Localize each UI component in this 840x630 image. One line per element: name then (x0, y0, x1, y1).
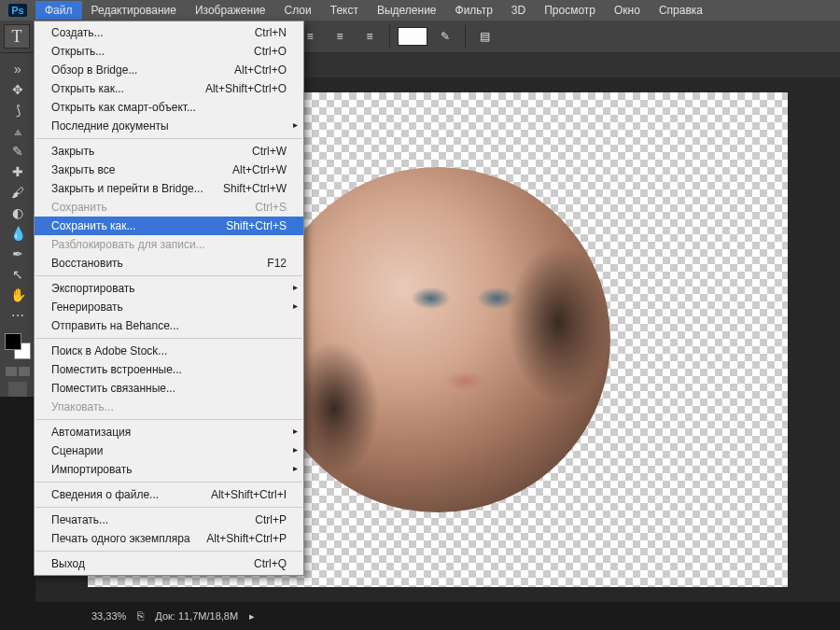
foreground-color-swatch[interactable] (5, 333, 21, 350)
menu-item-shortcut: F12 (267, 257, 287, 270)
menu-item-поместить-связанные-[interactable]: Поместить связанные... (35, 379, 303, 398)
menu-item-открыть-как-смарт-объект-[interactable]: Открыть как смарт-объект... (35, 98, 303, 117)
menu-item-label: Печать одного экземпляра (51, 532, 190, 545)
file-menu-dropdown: Создать...Ctrl+NОткрыть...Ctrl+OОбзор в … (34, 21, 304, 576)
menu-item-label: Импортировать (51, 463, 132, 476)
menu-window[interactable]: Окно (605, 1, 650, 20)
menu-item-label: Создать... (51, 26, 104, 39)
menu-item-label: Поместить встроенные... (51, 363, 182, 376)
warp-text-button[interactable]: ✎ (433, 25, 457, 48)
menu-item-label: Сценарии (51, 444, 103, 457)
menu-item-открыть-[interactable]: Открыть...Ctrl+O (35, 42, 303, 61)
screenmode-button[interactable] (8, 382, 27, 397)
menu-item-сведения-о-файле-[interactable]: Сведения о файле...Alt+Shift+Ctrl+I (35, 485, 303, 504)
menu-item-закрыть-все[interactable]: Закрыть всеAlt+Ctrl+W (35, 161, 303, 179)
menu-help[interactable]: Справка (650, 1, 712, 20)
menu-item-разблокировать-для-записи-: Разблокировать для записи... (35, 235, 303, 254)
align-right-icon: ≡ (366, 30, 372, 43)
eyedropper-tool[interactable]: ✎ (7, 142, 28, 161)
menu-item-закрыть[interactable]: ЗакрытьCtrl+W (35, 142, 303, 161)
align-center-button[interactable]: ≡ (328, 25, 352, 48)
menu-item-label: Разблокировать для записи... (51, 238, 205, 251)
menu-item-сценарии[interactable]: Сценарии (35, 441, 303, 460)
menu-item-label: Закрыть и перейти в Bridge... (51, 182, 203, 195)
menu-item-label: Печатать... (51, 513, 108, 526)
menu-item-открыть-как-[interactable]: Открыть как...Alt+Shift+Ctrl+O (35, 79, 303, 98)
menu-item-label: Выход (51, 557, 85, 570)
menu-item-отправить-на-behance-[interactable]: Отправить на Behance... (35, 316, 303, 335)
menu-item-label: Сохранить как... (51, 219, 135, 232)
app-logo-text: Ps (8, 4, 26, 17)
panel-icon: ▤ (480, 30, 490, 43)
menu-item-label: Открыть... (51, 45, 105, 58)
menu-item-label: Сохранить (51, 201, 107, 214)
menu-layers[interactable]: Слои (275, 1, 321, 20)
menu-item-shortcut: Shift+Ctrl+W (223, 182, 287, 195)
spot-heal-tool[interactable]: ✚ (7, 162, 28, 181)
menu-3d[interactable]: 3D (502, 1, 535, 20)
menu-item-label: Отправить на Behance... (51, 319, 179, 332)
menu-item-автоматизация[interactable]: Автоматизация (35, 423, 303, 441)
hand-tool[interactable]: ✋ (7, 286, 28, 304)
menu-item-поиск-в-adobe-stock-[interactable]: Поиск в Adobe Stock... (35, 342, 303, 360)
separator (389, 25, 390, 48)
menu-item-label: Открыть как смарт-объект... (51, 101, 196, 114)
menu-item-label: Обзор в Bridge... (51, 63, 137, 77)
gradient-tool[interactable]: ◐ (7, 203, 28, 222)
path-select-tool[interactable]: ↖ (7, 265, 28, 284)
menu-item-label: Экспортировать (51, 282, 135, 295)
menu-filter[interactable]: Фильтр (446, 1, 502, 20)
more-tools[interactable]: ⋯ (7, 306, 28, 325)
tool-preset-type[interactable]: T (4, 24, 30, 49)
menu-item-shortcut: Ctrl+S (255, 201, 287, 214)
status-flyout-icon[interactable]: ▸ (249, 610, 255, 623)
menu-item-печать-одного-экземпляра[interactable]: Печать одного экземпляраAlt+Shift+Ctrl+P (35, 529, 303, 548)
menu-item-label: Сведения о файле... (51, 488, 159, 501)
collapse-toolbox-icon[interactable]: » (7, 60, 28, 78)
share-icon[interactable]: ⎘ (137, 609, 144, 623)
menu-edit[interactable]: Редактирование (82, 1, 186, 20)
align-left-icon: ≡ (306, 30, 313, 43)
menu-item-импортировать[interactable]: Импортировать (35, 460, 303, 479)
text-color-swatch[interactable] (398, 27, 427, 46)
menu-text[interactable]: Текст (321, 1, 368, 20)
menu-item-последние-документы[interactable]: Последние документы (35, 117, 303, 135)
menu-item-shortcut: Shift+Ctrl+S (226, 219, 287, 232)
zoom-level[interactable]: 33,33% (91, 610, 126, 622)
menu-select[interactable]: Выделение (368, 1, 446, 20)
menu-item-shortcut: Alt+Shift+Ctrl+O (205, 82, 287, 95)
menu-item-восстановить[interactable]: ВосстановитьF12 (35, 254, 303, 273)
toolbox: » ✥ ⟆ ⟁ ✎ ✚ 🖌 ◐ 💧 ✒ ↖ ✋ ⋯ (0, 53, 35, 397)
menu-item-упаковать-: Упаковать... (35, 398, 303, 416)
menu-item-label: Закрыть (51, 145, 94, 158)
menu-image[interactable]: Изображение (186, 1, 275, 20)
menu-item-сохранить-как-[interactable]: Сохранить как...Shift+Ctrl+S (35, 217, 303, 235)
menu-item-выход[interactable]: ВыходCtrl+Q (35, 554, 303, 573)
menu-item-label: Упаковать... (51, 400, 114, 413)
pen-tool[interactable]: ✒ (7, 245, 28, 263)
menu-item-печатать-[interactable]: Печатать...Ctrl+P (35, 511, 303, 529)
color-swatches[interactable] (5, 333, 31, 359)
crop-tool[interactable]: ⟁ (7, 121, 28, 140)
menu-item-обзор-в-bridge-[interactable]: Обзор в Bridge...Alt+Ctrl+O (35, 61, 303, 79)
separator (465, 25, 466, 48)
app-logo: Ps (7, 3, 28, 18)
align-right-button[interactable]: ≡ (357, 25, 382, 48)
menu-item-создать-[interactable]: Создать...Ctrl+N (35, 23, 303, 42)
character-panel-button[interactable]: ▤ (473, 25, 497, 48)
menu-item-поместить-встроенные-[interactable]: Поместить встроенные... (35, 360, 303, 379)
lasso-tool[interactable]: ⟆ (7, 101, 28, 119)
move-tool[interactable]: ✥ (7, 80, 28, 99)
menu-item-shortcut: Ctrl+N (255, 26, 287, 39)
menu-item-label: Поместить связанные... (51, 382, 175, 395)
menu-item-shortcut: Ctrl+P (255, 513, 287, 526)
menu-file[interactable]: Файл (35, 1, 82, 20)
menu-view[interactable]: Просмотр (535, 1, 605, 20)
menu-item-генерировать[interactable]: Генерировать (35, 298, 303, 316)
menu-item-shortcut: Ctrl+O (254, 45, 287, 58)
brush-tool[interactable]: 🖌 (7, 183, 28, 202)
menu-item-экспортировать[interactable]: Экспортировать (35, 279, 303, 298)
menu-item-закрыть-и-перейти-в-bridge-[interactable]: Закрыть и перейти в Bridge...Shift+Ctrl+… (35, 179, 303, 198)
blur-tool[interactable]: 💧 (7, 224, 28, 243)
menu-item-shortcut: Ctrl+W (252, 145, 287, 158)
